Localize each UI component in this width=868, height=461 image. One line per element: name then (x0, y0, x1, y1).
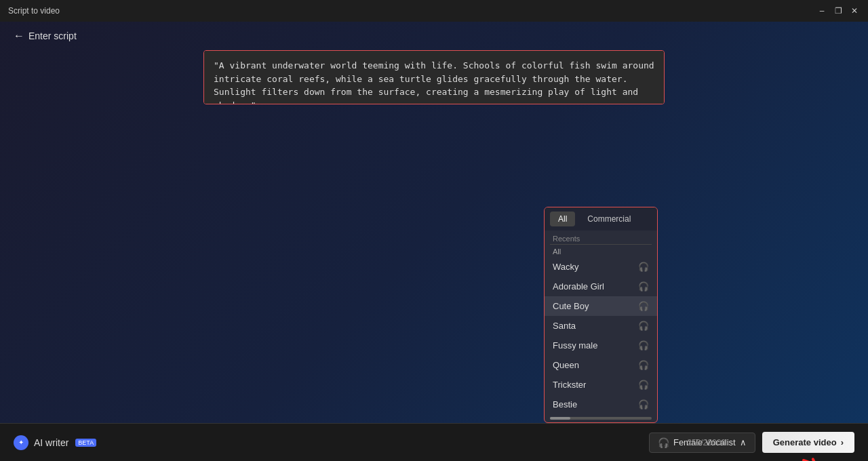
voice-dropdown-popup: All Commercial Recents All Wacky 🎧 Adora… (544, 207, 658, 423)
tab-all[interactable]: All (550, 212, 575, 226)
play-icon-trickster[interactable]: 🎧 (638, 380, 649, 390)
play-icon-wacky[interactable]: 🎧 (638, 262, 649, 272)
voice-name-trickster: Trickster (553, 380, 586, 390)
beta-badge: BETA (75, 439, 96, 447)
ai-icon: ✦ (14, 435, 28, 450)
voice-name-queen: Queen (553, 360, 579, 370)
script-input[interactable] (203, 50, 665, 104)
header-title: Enter script (28, 31, 77, 41)
voice-name-adorable-girl: Adorable Girl (553, 281, 604, 292)
voice-item-wacky[interactable]: Wacky 🎧 (545, 257, 657, 277)
vocalist-chevron-icon: ∧ (740, 437, 747, 447)
minimize-button[interactable]: – (816, 5, 827, 16)
dropdown-tabs: All Commercial (545, 207, 657, 230)
ai-writer-button[interactable]: ✦ AI writer BETA (14, 435, 96, 450)
voice-name-cute-boy: Cute Boy (553, 301, 589, 311)
recents-label: Recents (545, 230, 657, 244)
voice-item-bestie[interactable]: Bestie 🎧 (545, 395, 657, 414)
voice-item-fussy-male[interactable]: Fussy male 🎧 (545, 336, 657, 355)
generate-label: Generate video (773, 437, 837, 447)
headphone-icon: 🎧 (658, 437, 669, 448)
header: ← Enter script (0, 22, 868, 50)
bottom-bar: ✦ AI writer BETA 253/20000 🎧 Female Voca… (0, 423, 868, 461)
window-controls: – ❐ ✕ (816, 5, 860, 16)
play-icon-bestie[interactable]: 🎧 (638, 399, 649, 409)
ai-writer-label: AI writer (34, 437, 68, 448)
script-area (0, 50, 868, 423)
voice-name-wacky: Wacky (553, 262, 579, 272)
voice-item-santa[interactable]: Santa 🎧 (545, 316, 657, 336)
generate-dropdown-icon[interactable]: › (841, 437, 844, 447)
close-button[interactable]: ✕ (849, 5, 860, 16)
title-bar: Script to video – ❐ ✕ (0, 0, 868, 22)
play-icon-cute-boy[interactable]: 🎧 (638, 301, 649, 311)
tab-commercial[interactable]: Commercial (579, 212, 639, 226)
voice-item-trickster[interactable]: Trickster 🎧 (545, 375, 657, 395)
play-icon-santa[interactable]: 🎧 (638, 321, 649, 331)
restore-button[interactable]: ❐ (833, 5, 844, 16)
play-icon-queen[interactable]: 🎧 (638, 360, 649, 370)
scrollbar[interactable] (550, 417, 652, 420)
window-title: Script to video (8, 6, 60, 16)
voice-name-fussy-male: Fussy male (553, 340, 597, 350)
bottom-right-controls: 🎧 Female Vocalist ∧ Generate video › (649, 432, 854, 453)
char-count: 253/20000 (687, 438, 726, 447)
voice-name-bestie: Bestie (553, 399, 577, 409)
back-button[interactable]: ← Enter script (14, 30, 77, 42)
voice-item-queen[interactable]: Queen 🎧 (545, 355, 657, 375)
scrollbar-thumb (550, 417, 570, 420)
play-icon-fussy-male[interactable]: 🎧 (638, 340, 649, 350)
all-label: All (545, 245, 657, 257)
voice-item-cute-boy[interactable]: Cute Boy 🎧 (545, 296, 657, 316)
voice-item-adorable-girl[interactable]: Adorable Girl 🎧 (545, 277, 657, 296)
back-arrow-icon: ← (14, 30, 24, 42)
play-icon-adorable-girl[interactable]: 🎧 (638, 281, 649, 292)
voice-name-santa: Santa (553, 321, 576, 331)
main-area: ← Enter script All Commercial Recents Al… (0, 22, 868, 461)
